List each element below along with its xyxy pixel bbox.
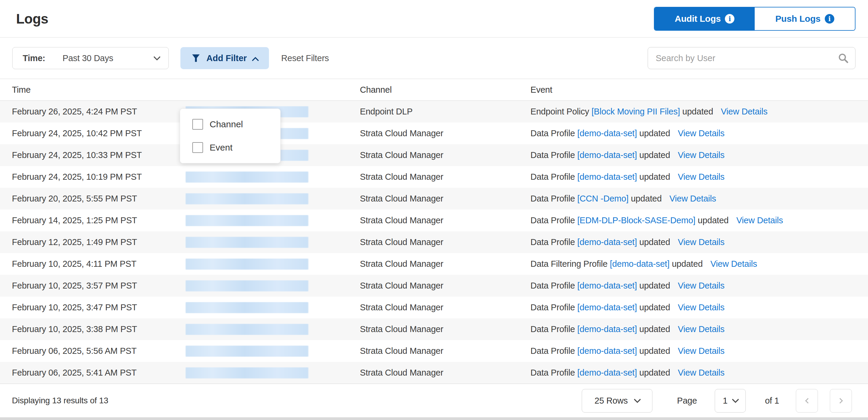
column-header-time[interactable]: Time — [12, 85, 185, 95]
event-text-suffix: updated — [639, 324, 670, 334]
dropdown-option[interactable]: Channel — [180, 116, 280, 133]
user-cell — [185, 237, 360, 248]
view-details-link[interactable]: View Details — [678, 346, 724, 356]
view-details-link[interactable]: View Details — [678, 237, 724, 247]
time-cell: February 24, 2025, 10:42 PM PST — [12, 128, 185, 138]
dropdown-option[interactable]: Event — [180, 139, 280, 157]
page-number-select[interactable]: 1 — [715, 389, 746, 413]
event-object-link[interactable]: [EDM-DLP-Block-SASE-Demo] — [577, 216, 695, 225]
log-type-toggle: Audit Logs i Push Logs i — [654, 7, 856, 31]
event-object-link[interactable]: [demo-data-set] — [577, 368, 637, 377]
redacted-user-value — [185, 258, 308, 270]
event-object-link[interactable]: [demo-data-set] — [577, 150, 637, 160]
search-input[interactable] — [656, 53, 838, 63]
view-details-link[interactable]: View Details — [678, 150, 724, 160]
table-row: February 06, 2025, 5:41 AM PST Strata Cl… — [0, 362, 868, 384]
tab-audit-logs[interactable]: Audit Logs i — [654, 7, 755, 30]
view-details-link[interactable]: View Details — [678, 324, 724, 334]
add-filter-button[interactable]: Add Filter — [180, 47, 269, 69]
event-text-prefix: Data Profile — [530, 324, 575, 334]
event-object-link[interactable]: [demo-data-set] — [577, 324, 637, 334]
column-header-channel[interactable]: Channel — [360, 85, 530, 95]
view-details-link[interactable]: View Details — [670, 194, 716, 203]
dropdown-option-label: Channel — [210, 119, 243, 129]
event-text-suffix: updated — [672, 259, 703, 268]
channel-cell: Strata Cloud Manager — [360, 150, 530, 160]
table-row: February 06, 2025, 5:56 AM PST Strata Cl… — [0, 340, 868, 362]
tab-push-logs-label: Push Logs — [775, 14, 820, 24]
event-text-suffix: updated — [639, 346, 670, 356]
event-cell: Data Profile [EDM-DLP-Block-SASE-Demo] u… — [530, 216, 868, 225]
event-object-link[interactable]: [demo-data-set] — [577, 281, 637, 290]
table-body: February 26, 2025, 4:24 PM PST Endpoint … — [0, 101, 868, 384]
view-details-link[interactable]: View Details — [678, 368, 724, 377]
channel-cell: Strata Cloud Manager — [360, 368, 530, 378]
view-details-link[interactable]: View Details — [678, 281, 724, 290]
chevron-left-icon — [805, 398, 810, 403]
channel-cell: Strata Cloud Manager — [360, 324, 530, 334]
event-object-link[interactable]: [demo-data-set] — [577, 172, 637, 182]
user-cell — [185, 215, 360, 226]
bottom-scrollbar-track[interactable] — [0, 417, 868, 420]
table-row: February 24, 2025, 10:33 PM PST Strata C… — [0, 144, 868, 166]
info-icon[interactable]: i — [725, 14, 735, 24]
event-object-link[interactable]: [demo-data-set] — [577, 237, 637, 247]
event-text-suffix: updated — [639, 150, 670, 160]
rows-per-page-select[interactable]: 25 Rows — [582, 389, 652, 413]
tab-audit-logs-label: Audit Logs — [675, 14, 721, 24]
event-object-link[interactable]: [demo-data-set] — [577, 128, 637, 138]
redacted-user-value — [185, 215, 308, 226]
chevron-down-icon — [153, 53, 160, 61]
event-object-link[interactable]: [demo-data-set] — [610, 259, 670, 268]
redacted-user-value — [185, 324, 308, 335]
time-range-select[interactable]: Time: Past 30 Days — [12, 47, 169, 69]
event-cell: Data Profile [demo-data-set] updated Vie… — [530, 346, 868, 356]
view-details-link[interactable]: View Details — [710, 259, 757, 268]
event-object-link[interactable]: [demo-data-set] — [577, 346, 637, 356]
view-details-link[interactable]: View Details — [736, 216, 783, 225]
event-text-prefix: Data Filtering Profile — [530, 259, 608, 268]
event-cell: Data Profile [demo-data-set] updated Vie… — [530, 302, 868, 313]
event-object-link[interactable]: [Block Moving PII Files] — [592, 107, 680, 116]
event-object-link[interactable]: [demo-data-set] — [577, 302, 637, 312]
time-cell: February 12, 2025, 1:49 PM PST — [12, 237, 185, 247]
column-header-event[interactable]: Event — [530, 85, 868, 95]
user-cell — [185, 302, 360, 313]
view-details-link[interactable]: View Details — [678, 172, 724, 182]
time-cell: February 10, 2025, 3:47 PM PST — [12, 302, 185, 313]
redacted-user-value — [185, 193, 308, 204]
table-row: February 10, 2025, 4:11 PM PST Strata Cl… — [0, 253, 868, 275]
search-box — [648, 47, 856, 69]
checkbox-unchecked[interactable] — [192, 142, 203, 153]
time-cell: February 20, 2025, 5:55 PM PST — [12, 194, 185, 203]
checkbox-unchecked[interactable] — [192, 119, 203, 130]
tab-push-logs[interactable]: Push Logs i — [755, 7, 855, 30]
previous-page-button[interactable] — [796, 389, 818, 413]
event-text-prefix: Data Profile — [530, 281, 575, 290]
table-row: February 10, 2025, 3:47 PM PST Strata Cl… — [0, 297, 868, 318]
next-page-button[interactable] — [830, 389, 852, 413]
view-details-link[interactable]: View Details — [721, 107, 768, 116]
redacted-user-value — [185, 367, 308, 379]
search-icon[interactable] — [838, 53, 848, 64]
info-icon[interactable]: i — [825, 14, 834, 24]
time-cell: February 06, 2025, 5:41 AM PST — [12, 368, 185, 378]
user-cell — [185, 346, 360, 357]
event-cell: Data Profile [demo-data-set] updated Vie… — [530, 172, 868, 182]
view-details-link[interactable]: View Details — [678, 128, 724, 138]
event-cell: Data Profile [demo-data-set] updated Vie… — [530, 128, 868, 138]
event-cell: Data Profile [demo-data-set] updated Vie… — [530, 324, 868, 334]
view-details-link[interactable]: View Details — [678, 302, 724, 312]
channel-cell: Strata Cloud Manager — [360, 259, 530, 269]
redacted-user-value — [185, 302, 308, 313]
redacted-user-value — [185, 237, 308, 248]
results-summary: Displaying 13 results of 13 — [12, 396, 108, 406]
channel-cell: Strata Cloud Manager — [360, 281, 530, 291]
event-object-link[interactable]: [CCN -Demo] — [577, 194, 628, 203]
pagination-controls: 25 Rows Page 1 of 1 — [582, 389, 852, 413]
user-cell — [185, 280, 360, 292]
event-text-prefix: Data Profile — [530, 216, 575, 225]
reset-filters-button[interactable]: Reset Filters — [281, 53, 329, 63]
table-row: February 10, 2025, 3:57 PM PST Strata Cl… — [0, 275, 868, 297]
event-text-suffix: updated — [698, 216, 728, 225]
